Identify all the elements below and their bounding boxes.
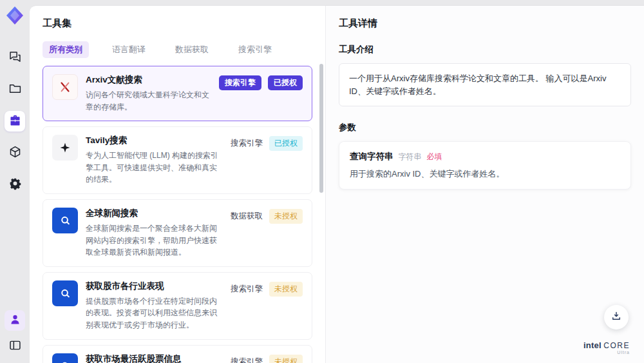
magnifier-logo-icon [52, 280, 78, 306]
sidebar-collapse-button[interactable] [5, 336, 25, 357]
user-icon [8, 313, 22, 329]
category-label: 搜索引擎 [231, 138, 263, 149]
tool-details-panel: 工具详情 工具介绍 一个用于从Arxiv存储库搜索科学论文和文章的工具。 输入可… [325, 6, 644, 363]
auth-status-badge: 已授权 [269, 136, 303, 151]
auth-status-badge: 未授权 [269, 282, 303, 297]
sidebar-item-settings[interactable] [5, 174, 25, 195]
tool-description: 专为人工智能代理 (LLM) 构建的搜索引擎工具。可快速提供实时、准确和真实的结… [86, 150, 223, 186]
list-scrollbar[interactable] [319, 64, 323, 193]
category-label: 搜索引擎 [231, 284, 263, 295]
ultra-logo-text: Ultra [583, 350, 630, 355]
intel-logo-text: intel [583, 340, 601, 350]
app-window: 工具集 所有类别 语言翻译 数据获取 搜索引擎 A [0, 0, 644, 363]
tool-name: 全球新闻搜索 [86, 208, 223, 219]
main-surface: 工具集 所有类别 语言翻译 数据获取 搜索引擎 A [30, 5, 644, 363]
tab-all-categories[interactable]: 所有类别 [43, 41, 89, 58]
category-badge: 搜索引擎 [219, 75, 261, 90]
sidebar-item-tools[interactable] [5, 111, 25, 132]
tab-search-engine[interactable]: 搜索引擎 [232, 41, 278, 58]
category-tabs: 所有类别 语言翻译 数据获取 搜索引擎 [43, 41, 319, 58]
tool-list: Arxiv文献搜索 访问各个研究领域大量科学论文和文章的存储库。 搜索引擎 已授… [43, 66, 319, 363]
sidebar-item-chat[interactable] [5, 48, 25, 68]
sidebar-item-packages[interactable] [5, 142, 25, 163]
tool-card-arxiv[interactable]: Arxiv文献搜索 访问各个研究领域大量科学论文和文章的存储库。 搜索引擎 已授… [43, 66, 312, 121]
tool-description: 访问各个研究领域大量科学论文和文章的存储库。 [86, 89, 211, 113]
tool-card-tavily[interactable]: Tavily搜索 专为人工智能代理 (LLM) 构建的搜索引擎工具。可快速提供实… [43, 126, 312, 194]
tool-name: 获取股市各行业表现 [86, 280, 223, 292]
auth-status-badge: 未授权 [269, 355, 303, 363]
intro-section-title: 工具介绍 [339, 44, 631, 55]
panel-toggle-icon [8, 338, 22, 355]
download-button[interactable] [604, 305, 629, 329]
tool-card-active-stocks[interactable]: 获取市场最活跃股票信息 提供当天交易量最高的股票列表，投资者可以利用这些信息来识… [43, 345, 312, 363]
category-label: 数据获取 [231, 211, 263, 222]
sidebar-item-files[interactable] [5, 79, 25, 100]
folder-icon [8, 82, 22, 98]
tab-data-fetch[interactable]: 数据获取 [169, 41, 215, 58]
details-title: 工具详情 [339, 17, 631, 30]
params-section-title: 参数 [339, 122, 631, 133]
parameter-type: 字符串 [399, 152, 422, 162]
parameter-required-flag: 必填 [427, 152, 442, 162]
core-logo-text: CORE [603, 341, 630, 350]
parameter-card: 查询字符串 字符串 必填 用于搜索的Arxiv ID、关键字或作者姓名。 [339, 141, 631, 190]
tool-card-global-news[interactable]: 全球新闻搜索 全球新闻搜索是一个聚合全球各大新闻网站内容的搜索引擎，帮助用户快速… [43, 199, 312, 267]
auth-status-badge: 已授权 [268, 75, 303, 90]
parameter-description: 用于搜索的Arxiv ID、关键字或作者姓名。 [350, 168, 620, 180]
category-label: 搜索引擎 [231, 357, 263, 363]
app-logo [5, 5, 25, 26]
tool-description: 全球新闻搜索是一个聚合全球各大新闻网站内容的搜索引擎，帮助用户快速获取全球最新资… [86, 222, 223, 259]
package-icon [8, 145, 22, 161]
sidebar-item-account[interactable] [5, 310, 25, 331]
arxiv-logo-icon [52, 74, 78, 100]
tab-translation[interactable]: 语言翻译 [106, 41, 152, 58]
page-title: 工具集 [43, 17, 319, 30]
tool-name: Arxiv文献搜索 [86, 74, 211, 86]
tool-name: 获取市场最活跃股票信息 [86, 353, 223, 363]
gear-icon [8, 177, 22, 193]
auth-status-badge: 未授权 [269, 209, 303, 224]
parameter-name: 查询字符串 [350, 151, 393, 162]
tool-collection-panel: 工具集 所有类别 语言翻译 数据获取 搜索引擎 A [30, 6, 325, 363]
magnifier-logo-icon [52, 208, 78, 233]
tool-description: 提供股票市场各个行业在特定时间段内的表现。投资者可以利用这些信息来识别表现优于或… [86, 295, 223, 331]
briefcase-icon [8, 113, 22, 130]
intel-core-logo: intel CORE Ultra [583, 339, 630, 355]
sidebar-rail [0, 0, 30, 363]
tool-name: Tavily搜索 [86, 135, 223, 146]
tavily-star-icon [52, 135, 78, 161]
download-icon [611, 310, 622, 324]
tool-card-sector-performance[interactable]: 获取股市各行业表现 提供股票市场各个行业在特定时间段内的表现。投资者可以利用这些… [43, 272, 312, 340]
chat-icon [8, 50, 22, 66]
tool-intro-text: 一个用于从Arxiv存储库搜索科学论文和文章的工具。 输入可以是Arxiv ID… [339, 63, 631, 106]
magnifier-logo-icon [52, 353, 78, 363]
